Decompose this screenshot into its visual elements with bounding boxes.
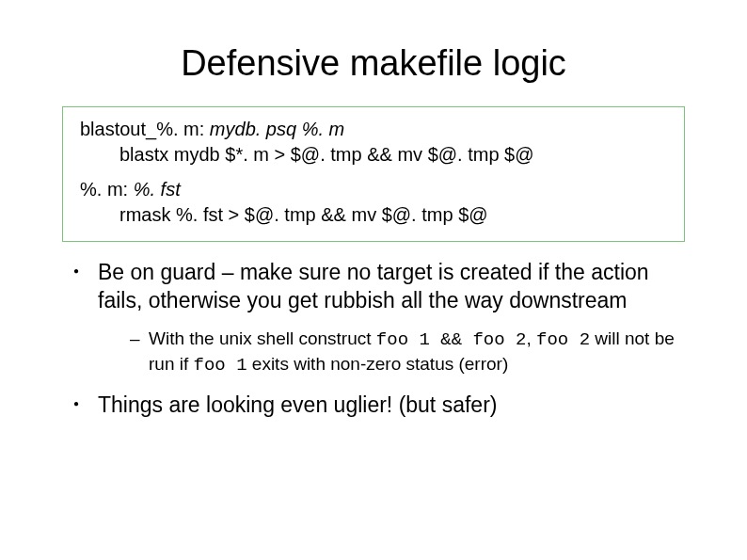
rule-2-target: %. m: %. fst [80, 177, 671, 202]
rule-1-command: blastx mydb $*. m > $@. tmp && mv $@. tm… [80, 142, 671, 168]
rule1-target-name: blastout_%. m: [80, 119, 204, 139]
rule-2-command: rmask %. fst > $@. tmp && mv $@. tmp $@ [80, 202, 671, 228]
rule2-cmd-b: > $@. tmp && mv $@. tmp $@ [223, 204, 488, 225]
bullet-1: Be on guard – make sure no target is cre… [73, 259, 691, 378]
sub-post: exits with non-zero status (error) [247, 354, 509, 374]
rule2-cmd-a: rmask %. fst [119, 204, 223, 225]
slide-title: Defensive makefile logic [0, 0, 747, 97]
makefile-code-box: blastout_%. m: mydb. psq %. m blastx myd… [62, 106, 685, 242]
bullet-2: Things are looking even uglier! (but saf… [73, 392, 691, 420]
sub-code-2: foo 2 [536, 329, 590, 350]
rule1-cmd-b: > $@. tmp && mv $@. tmp $@ [269, 144, 534, 165]
sub-mid1: , [526, 328, 536, 348]
rule1-prereqs: mydb. psq %. m [204, 119, 344, 139]
sub-code-1: foo 1 && foo 2 [376, 329, 527, 350]
sub-bullet-1: With the unix shell construct foo 1 && f… [130, 327, 691, 378]
bullet-1-text: Be on guard – make sure no target is cre… [98, 260, 649, 312]
inner-list: With the unix shell construct foo 1 && f… [130, 327, 691, 378]
sub-code-3: foo 1 [194, 355, 247, 376]
outer-list: Be on guard – make sure no target is cre… [73, 259, 691, 420]
slide: Defensive makefile logic blastout_%. m: … [0, 0, 747, 560]
sub-pre: With the unix shell construct [149, 328, 376, 348]
rule2-prereqs: %. fst [128, 179, 181, 200]
rule2-target-name: %. m: [80, 179, 128, 200]
bullet-2-text: Things are looking even uglier! (but saf… [98, 392, 497, 417]
rule1-cmd-a: blastx mydb $*. m [119, 144, 269, 165]
bullet-content: Be on guard – make sure no target is cre… [73, 259, 691, 420]
rule-1-target: blastout_%. m: mydb. psq %. m [80, 117, 671, 142]
spacer [80, 168, 671, 177]
